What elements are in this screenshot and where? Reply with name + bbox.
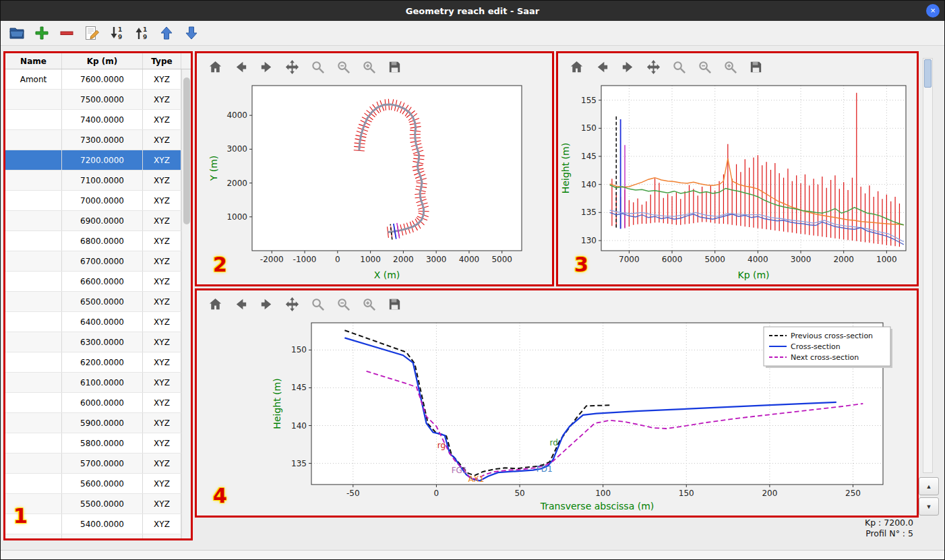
cell-kp: 6100.0000 [62,373,143,392]
table-row[interactable]: 7400.0000XYZ [5,110,181,130]
save-button[interactable] [387,59,403,75]
table-row[interactable]: 5300.0000XYZ [5,534,181,538]
profile-up-button[interactable]: ▲ [919,477,939,495]
table-scrollbar-thumb[interactable] [183,77,190,224]
cell-type: XYZ [143,170,181,190]
longitudinal-plot-canvas[interactable]: 7000600050004000300020001000130135140145… [558,80,917,284]
zoom-button[interactable] [671,59,688,75]
close-button[interactable]: × [926,4,940,18]
cell-type: XYZ [143,332,181,352]
home-button[interactable] [569,59,585,75]
zoom-out-button[interactable] [336,296,352,312]
svg-text:1: 1 [118,26,122,33]
svg-text:FG1: FG1 [452,466,468,475]
remove-button[interactable] [57,23,78,43]
table-row[interactable]: 5800.0000XYZ [5,433,181,454]
svg-text:155: 155 [581,96,597,105]
table-row[interactable]: 6800.0000XYZ [5,231,181,251]
edit-button[interactable] [82,23,102,43]
sort-ascending-button[interactable]: 19 [132,23,152,43]
plan-plot-toolbar [197,53,552,80]
table-row[interactable]: 6700.0000XYZ [5,251,181,272]
svg-text:-2000: -2000 [260,255,284,264]
zoom-button[interactable] [310,296,326,312]
cross-section-plot-toolbar [197,290,917,317]
open-button[interactable] [7,23,28,43]
status-readout: Kp : 7200.0 Profil N° : 5 [865,518,913,539]
forward-button[interactable] [259,59,275,75]
table-row[interactable]: 6300.0000XYZ [5,332,181,352]
table-row[interactable]: 5600.0000XYZ [5,474,181,494]
cell-name [5,130,62,150]
table-row[interactable]: 5400.0000XYZ [5,514,181,534]
header-name: Name [5,53,62,69]
home-button[interactable] [208,59,224,75]
sort-descending-button[interactable]: 19 [107,23,127,43]
table-row[interactable]: 6100.0000XYZ [5,373,181,393]
table-row[interactable]: 7200.0000XYZ [5,150,181,170]
forward-button[interactable] [259,296,275,312]
save-button[interactable] [387,296,403,312]
table-row[interactable]: 7500.0000XYZ [5,90,181,110]
pan-button[interactable] [646,59,662,75]
vertical-scrollbar[interactable] [923,58,933,473]
pan-button[interactable] [284,59,301,75]
save-button[interactable] [748,59,764,75]
cross-section-plot-canvas[interactable]: rgrdFG1AX1FD1-50050100150200250135140145… [197,317,917,516]
profile-down-button[interactable]: ▼ [919,497,939,516]
table-row[interactable]: Amont7600.0000XYZ [5,69,181,90]
pan-button[interactable] [284,296,301,312]
svg-text:Next cross-section: Next cross-section [791,353,859,362]
cell-name [5,433,62,453]
table-row[interactable]: 6900.0000XYZ [5,211,181,231]
table-row[interactable]: 6000.0000XYZ [5,393,181,413]
table-row[interactable]: 5900.0000XYZ [5,413,181,433]
back-icon [595,59,610,75]
cell-type: XYZ [143,292,181,311]
move-up-button[interactable] [157,23,177,43]
table-row[interactable]: 7100.0000XYZ [5,170,181,191]
table-row[interactable]: 5700.0000XYZ [5,454,181,474]
svg-text:rd: rd [550,438,558,447]
back-button[interactable] [595,59,611,75]
table-row[interactable]: 7000.0000XYZ [5,191,181,211]
forward-button[interactable] [620,59,636,75]
svg-text:Y (m): Y (m) [208,156,219,182]
move-down-button[interactable] [182,23,202,43]
zoom-rect-button[interactable] [361,59,377,75]
cell-type: XYZ [143,474,181,493]
zoom-rect-button[interactable] [723,59,739,75]
back-button[interactable] [233,296,249,312]
table-row[interactable]: 6600.0000XYZ [5,272,181,292]
cell-name [5,292,62,311]
zoom-button[interactable] [310,59,326,75]
zoom-out-button[interactable] [697,59,713,75]
zoom-rect-button[interactable] [361,296,377,312]
add-icon [34,25,50,41]
svg-text:3000: 3000 [426,255,447,264]
table-row[interactable]: 6500.0000XYZ [5,292,181,312]
back-icon [233,59,249,75]
table-row[interactable]: 6200.0000XYZ [5,352,181,373]
svg-text:9: 9 [118,34,122,40]
table-scrollbar[interactable] [181,69,191,538]
cross-section-plot-panel: rgrdFG1AX1FD1-50050100150200250135140145… [195,288,919,518]
plan-plot-canvas[interactable]: -2000-1000010002000300040005000100020003… [197,80,552,284]
home-icon [569,59,584,75]
table-row[interactable]: 6400.0000XYZ [5,312,181,332]
table-row[interactable]: 5500.0000XYZ [5,494,181,514]
cell-kp: 7500.0000 [62,90,143,109]
table-row[interactable]: 7300.0000XYZ [5,130,181,150]
header-kp: Kp (m) [62,53,143,69]
back-button[interactable] [233,59,249,75]
home-button[interactable] [208,296,224,312]
vertical-scrollbar-thumb[interactable] [924,59,932,88]
add-button[interactable] [32,23,53,43]
svg-text:140: 140 [291,421,307,431]
panel-label-2: 2 [213,253,227,276]
home-icon [208,59,223,75]
cell-type: XYZ [143,514,181,534]
cell-kp: 5500.0000 [62,494,143,514]
cell-name [5,312,62,332]
zoom-out-button[interactable] [336,59,352,75]
